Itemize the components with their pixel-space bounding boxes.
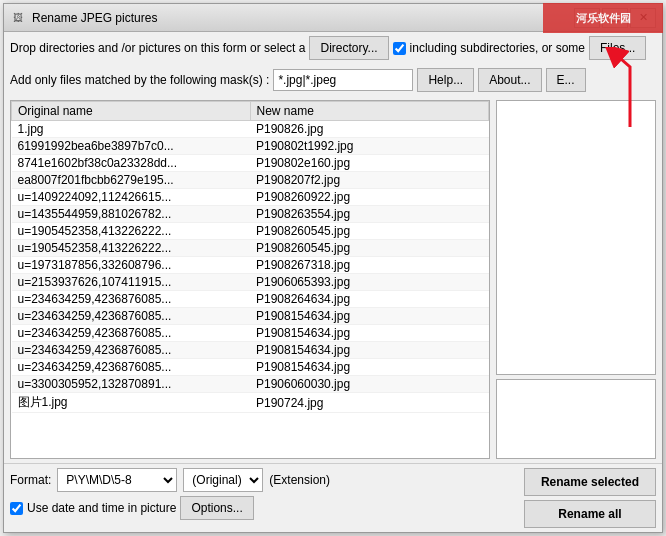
new-name-cell: P1908263554.jpg <box>250 206 489 223</box>
options-button[interactable]: Options... <box>180 496 253 520</box>
watermark: 河乐软件园 <box>543 3 663 33</box>
orig-name-cell: ea8007f201fbcbb6279e195... <box>12 172 251 189</box>
window-icon: 🖼 <box>10 10 26 26</box>
bottom-right: Rename selected Rename all <box>524 468 656 528</box>
extension-label: (Extension) <box>269 473 330 487</box>
preview-box-bottom <box>496 379 656 459</box>
rename-all-button[interactable]: Rename all <box>524 500 656 528</box>
orig-name-cell: u=1435544959,881026782... <box>12 206 251 223</box>
new-name-cell: P1908154634.jpg <box>250 342 489 359</box>
original-select[interactable]: (Original) <box>183 468 263 492</box>
format-row: Format: P\Y\M\D\5-8 (Original) (Extensio… <box>10 468 518 492</box>
new-name-cell: P1908154634.jpg <box>250 325 489 342</box>
new-name-cell: P1908264634.jpg <box>250 291 489 308</box>
table-row[interactable]: u=1435544959,881026782...P1908263554.jpg <box>12 206 489 223</box>
new-name-cell: P1908267318.jpg <box>250 257 489 274</box>
table-row[interactable]: u=1905452358,413226222...P1908260545.jpg <box>12 240 489 257</box>
orig-name-cell: 8741e1602bf38c0a23328dd... <box>12 155 251 172</box>
table-row[interactable]: ea8007f201fbcbb6279e195...P1908207f2.jpg <box>12 172 489 189</box>
new-name-cell: P190826.jpg <box>250 121 489 138</box>
table-row[interactable]: u=1905452358,413226222...P1908260545.jpg <box>12 223 489 240</box>
date-checkbox[interactable] <box>10 502 23 515</box>
orig-name-cell: 61991992bea6be3897b7c0... <box>12 138 251 155</box>
new-name-cell: P1908207f2.jpg <box>250 172 489 189</box>
col-header-orig: Original name <box>12 102 251 121</box>
orig-name-cell: u=3300305952,132870891... <box>12 376 251 393</box>
table-row[interactable]: u=1973187856,332608796...P1908267318.jpg <box>12 257 489 274</box>
new-name-cell: P190724.jpg <box>250 393 489 413</box>
orig-name-cell: u=2153937626,107411915... <box>12 274 251 291</box>
orig-name-cell: 图片1.jpg <box>12 393 251 413</box>
orig-name-cell: u=1409224092,112426615... <box>12 189 251 206</box>
new-name-cell: P1908260545.jpg <box>250 240 489 257</box>
table-row[interactable]: 61991992bea6be3897b7c0...P190802t1992.jp… <box>12 138 489 155</box>
subdirectory-checkbox[interactable] <box>393 42 406 55</box>
new-name-cell: P1906065393.jpg <box>250 274 489 291</box>
new-name-cell: P1908154634.jpg <box>250 359 489 376</box>
toolbar-row2: Add only files matched by the following … <box>4 64 662 96</box>
orig-name-cell: u=234634259,4236876085... <box>12 359 251 376</box>
table-row[interactable]: 1.jpgP190826.jpg <box>12 121 489 138</box>
help-button[interactable]: Help... <box>417 68 474 92</box>
new-name-cell: P1908154634.jpg <box>250 308 489 325</box>
table-row[interactable]: u=234634259,4236876085...P1908154634.jpg <box>12 359 489 376</box>
file-table: Original name New name 1.jpgP190826.jpg6… <box>11 101 489 413</box>
rename-selected-button[interactable]: Rename selected <box>524 468 656 496</box>
new-name-cell: P1906060030.jpg <box>250 376 489 393</box>
orig-name-cell: u=234634259,4236876085... <box>12 308 251 325</box>
preview-box-top <box>496 100 656 375</box>
bottom-controls: Format: P\Y\M\D\5-8 (Original) (Extensio… <box>10 468 656 528</box>
toolbar-row1: Drop directories and /or pictures on thi… <box>4 32 662 64</box>
files-button[interactable]: Files... <box>589 36 646 60</box>
new-name-cell: P1908260545.jpg <box>250 223 489 240</box>
mask-label: Add only files matched by the following … <box>10 73 269 87</box>
format-label: Format: <box>10 473 51 487</box>
main-area: Original name New name 1.jpgP190826.jpg6… <box>4 96 662 463</box>
orig-name-cell: 1.jpg <box>12 121 251 138</box>
right-panel <box>496 100 656 459</box>
date-label: Use date and time in picture <box>27 501 176 515</box>
mask-input[interactable] <box>273 69 413 91</box>
bottom-area: Format: P\Y\M\D\5-8 (Original) (Extensio… <box>4 463 662 532</box>
subdirectory-option: including subdirectories, or some <box>393 41 585 55</box>
orig-name-cell: u=234634259,4236876085... <box>12 325 251 342</box>
bottom-left: Format: P\Y\M\D\5-8 (Original) (Extensio… <box>10 468 518 520</box>
file-table-container[interactable]: Original name New name 1.jpgP190826.jpg6… <box>10 100 490 459</box>
col-header-new: New name <box>250 102 489 121</box>
orig-name-cell: u=234634259,4236876085... <box>12 291 251 308</box>
subdirectory-label: including subdirectories, or some <box>410 41 585 55</box>
drop-label: Drop directories and /or pictures on thi… <box>10 41 305 55</box>
exit-button[interactable]: E... <box>546 68 586 92</box>
table-row[interactable]: u=2153937626,107411915...P1906065393.jpg <box>12 274 489 291</box>
format-select[interactable]: P\Y\M\D\5-8 <box>57 468 177 492</box>
table-row[interactable]: 8741e1602bf38c0a23328dd...P190802e160.jp… <box>12 155 489 172</box>
orig-name-cell: u=1905452358,413226222... <box>12 223 251 240</box>
table-row[interactable]: u=234634259,4236876085...P1908154634.jpg <box>12 308 489 325</box>
about-button[interactable]: About... <box>478 68 541 92</box>
table-row[interactable]: u=234634259,4236876085...P1908154634.jpg <box>12 342 489 359</box>
table-row[interactable]: u=234634259,4236876085...P1908264634.jpg <box>12 291 489 308</box>
table-row[interactable]: u=3300305952,132870891...P1906060030.jpg <box>12 376 489 393</box>
directory-button[interactable]: Directory... <box>309 36 388 60</box>
new-name-cell: P190802e160.jpg <box>250 155 489 172</box>
date-checkbox-row: Use date and time in picture Options... <box>10 496 518 520</box>
orig-name-cell: u=1905452358,413226222... <box>12 240 251 257</box>
table-row[interactable]: 图片1.jpgP190724.jpg <box>12 393 489 413</box>
window-title: Rename JPEG pictures <box>32 11 574 25</box>
orig-name-cell: u=234634259,4236876085... <box>12 342 251 359</box>
new-name-cell: P1908260922.jpg <box>250 189 489 206</box>
orig-name-cell: u=1973187856,332608796... <box>12 257 251 274</box>
main-window: 🖼 Rename JPEG pictures − □ ✕ 河乐软件园 Drop … <box>3 3 663 533</box>
table-row[interactable]: u=234634259,4236876085...P1908154634.jpg <box>12 325 489 342</box>
table-row[interactable]: u=1409224092,112426615...P1908260922.jpg <box>12 189 489 206</box>
new-name-cell: P190802t1992.jpg <box>250 138 489 155</box>
